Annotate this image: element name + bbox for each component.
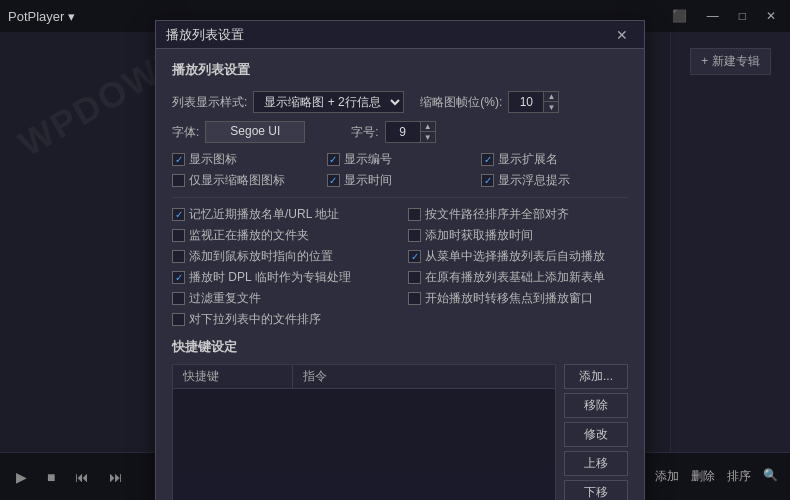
opt-focus-window: 开始播放时转移焦点到播放窗口 [408,290,628,307]
cb-show-tooltip-box[interactable] [481,174,494,187]
opt-get-duration-label: 添加时获取播放时间 [425,227,533,244]
shortcut-add-button[interactable]: 添加... [564,364,628,389]
cb-show-number-label: 显示编号 [344,151,392,168]
divider [172,197,628,198]
font-size-spin-down[interactable]: ▼ [421,132,435,142]
dialog-title: 播放列表设置 [166,26,244,44]
font-size-spin-buttons: ▲ ▼ [421,121,436,143]
font-selector[interactable]: Segoe UI [205,121,305,143]
list-style-select[interactable]: 显示缩略图 + 2行信息 [253,91,404,113]
sort-label[interactable]: 排序 [727,468,751,485]
bottom-right-controls: 添加 删除 排序 🔍 [655,468,778,485]
shortcut-col-cmd: 指令 [293,365,555,388]
opt-add-new-list-box[interactable] [408,271,421,284]
shortcut-section-title: 快捷键设定 [172,338,628,358]
opt-get-duration: 添加时获取播放时间 [408,227,628,244]
shortcut-table: 快捷键 指令 [172,364,556,500]
opt-add-new-list-label: 在原有播放列表基础上添加新表单 [425,269,605,286]
minimize-icon[interactable]: — [701,7,725,25]
right-panel: + 新建专辑 [670,32,790,452]
app-background: PotPlayer ▾ ⬛ — □ ✕ WPDOWN + 新建专辑 ▶ ■ ⏮ … [0,0,790,500]
shortcut-remove-button[interactable]: 移除 [564,393,628,418]
thumbnail-pct-spinner: 10 ▲ ▼ [508,91,559,113]
font-label: 字体: [172,124,199,141]
add-label[interactable]: 添加 [655,468,679,485]
title-arrow[interactable]: ▾ [68,9,75,24]
opt-monitor-folder-label: 监视正在播放的文件夹 [189,227,309,244]
opt-filter-dup: 过滤重复文件 [172,290,392,307]
opt-add-mouse-pos: 添加到鼠标放时指向的位置 [172,248,392,265]
play-icon[interactable]: ▶ [12,465,31,489]
shortcut-modify-button[interactable]: 修改 [564,422,628,447]
opt-filter-dup-label: 过滤重复文件 [189,290,261,307]
thumbnail-pct-label: 缩略图帧位(%): [420,94,502,111]
spin-up-btn[interactable]: ▲ [544,92,558,102]
opt-dpl-album-label: 播放时 DPL 临时作为专辑处理 [189,269,351,286]
cb-show-time-box[interactable] [327,174,340,187]
next-icon[interactable]: ⏭ [105,465,127,489]
opt-dpl-album: 播放时 DPL 临时作为专辑处理 [172,269,392,286]
title-bar-left: PotPlayer ▾ [8,9,75,24]
cb-show-icon: 显示图标 [172,151,319,168]
opt-auto-play: 从菜单中选择播放列表后自动播放 [408,248,628,265]
spin-down-btn[interactable]: ▼ [544,102,558,112]
cb-show-number-box[interactable] [327,153,340,166]
cb-show-tooltip: 显示浮息提示 [481,172,628,189]
dialog-content: 播放列表设置 列表显示样式: 显示缩略图 + 2行信息 缩略图帧位(%): 10… [156,49,644,500]
opt-remember-recent-label: 记忆近期播放名单/URL 地址 [189,206,339,223]
font-size-label: 字号: [351,124,378,141]
dialog-titlebar: 播放列表设置 ✕ [156,21,644,49]
cb-only-thumb-box[interactable] [172,174,185,187]
opt-sort-path-label: 按文件路径排序并全部对齐 [425,206,569,223]
cb-show-ext-label: 显示扩展名 [498,151,558,168]
close-icon[interactable]: ✕ [760,7,782,25]
opt-sort-dropdown-label: 对下拉列表中的文件排序 [189,311,321,328]
stop-icon[interactable]: ■ [43,465,59,489]
shortcut-table-container: 快捷键 指令 添加... 移除 修改 上移 下移 [172,364,628,500]
search-icon[interactable]: 🔍 [763,468,778,485]
checkboxes-row2: 仅显示缩略图图标 显示时间 显示浮息提示 [172,172,628,189]
shortcut-move-up-button[interactable]: 上移 [564,451,628,476]
new-album-button[interactable]: + 新建专辑 [690,48,770,75]
playlist-settings-dialog: 播放列表设置 ✕ 播放列表设置 列表显示样式: 显示缩略图 + 2行信息 缩略图… [155,20,645,500]
opt-sort-dropdown-box[interactable] [172,313,185,326]
cb-show-ext: 显示扩展名 [481,151,628,168]
thumbnail-pct-spin-buttons: ▲ ▼ [544,91,559,113]
cb-only-thumb-label: 仅显示缩略图图标 [189,172,285,189]
delete-label[interactable]: 删除 [691,468,715,485]
dialog-close-button[interactable]: ✕ [610,25,634,45]
prev-icon[interactable]: ⏮ [71,465,93,489]
cb-show-icon-label: 显示图标 [189,151,237,168]
maximize-icon[interactable]: □ [733,7,752,25]
opt-remember-recent: 记忆近期播放名单/URL 地址 [172,206,392,223]
thumbnail-pct-input[interactable]: 10 [508,91,544,113]
cb-show-ext-box[interactable] [481,153,494,166]
opt-focus-window-box[interactable] [408,292,421,305]
cb-show-time: 显示时间 [327,172,474,189]
cb-show-icon-box[interactable] [172,153,185,166]
cb-show-number: 显示编号 [327,151,474,168]
list-style-label: 列表显示样式: [172,94,247,111]
list-style-row: 列表显示样式: 显示缩略图 + 2行信息 缩略图帧位(%): 10 ▲ ▼ [172,91,628,113]
opt-sort-path-box[interactable] [408,208,421,221]
opt-sort-path: 按文件路径排序并全部对齐 [408,206,628,223]
opt-filter-dup-box[interactable] [172,292,185,305]
opt-get-duration-box[interactable] [408,229,421,242]
font-size-spinner: 9 ▲ ▼ [385,121,436,143]
opt-dpl-album-box[interactable] [172,271,185,284]
shortcut-move-down-button[interactable]: 下移 [564,480,628,500]
font-size-spin-up[interactable]: ▲ [421,122,435,132]
font-size-input[interactable]: 9 [385,121,421,143]
opt-auto-play-box[interactable] [408,250,421,263]
opt-remember-recent-box[interactable] [172,208,185,221]
opt-add-mouse-pos-box[interactable] [172,250,185,263]
cb-only-thumb: 仅显示缩略图图标 [172,172,319,189]
title-bar-right: ⬛ — □ ✕ [666,7,782,25]
shortcut-table-header: 快捷键 指令 [173,365,555,389]
opt-monitor-folder-box[interactable] [172,229,185,242]
pin-icon[interactable]: ⬛ [666,7,693,25]
opt-auto-play-label: 从菜单中选择播放列表后自动播放 [425,248,605,265]
opt-sort-dropdown: 对下拉列表中的文件排序 [172,311,392,328]
cb-show-tooltip-label: 显示浮息提示 [498,172,570,189]
opt-add-new-list: 在原有播放列表基础上添加新表单 [408,269,628,286]
